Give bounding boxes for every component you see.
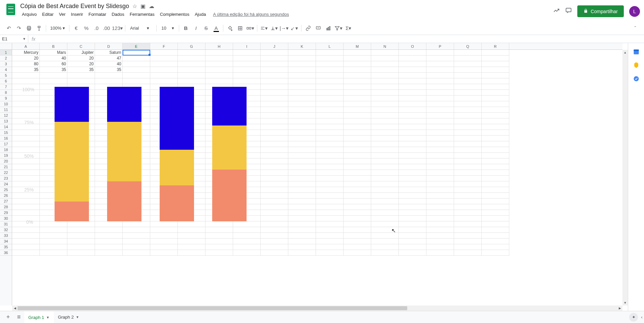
cell[interactable] — [67, 221, 95, 227]
cell[interactable] — [371, 124, 399, 130]
cell[interactable] — [454, 96, 482, 101]
horizontal-scrollbar[interactable]: ◀ ▶ — [12, 306, 622, 311]
cell[interactable] — [371, 199, 399, 204]
cell[interactable] — [371, 170, 399, 176]
cell[interactable] — [288, 210, 316, 216]
cell[interactable] — [399, 78, 426, 84]
cell[interactable] — [178, 50, 205, 56]
cell[interactable] — [426, 210, 454, 216]
cell[interactable] — [316, 73, 344, 78]
cell[interactable] — [454, 250, 482, 256]
last-edit-link[interactable]: A última edição foi há alguns segundos — [213, 12, 289, 17]
row-header-12[interactable]: 12 — [0, 113, 12, 118]
cell[interactable] — [288, 147, 316, 153]
cell[interactable] — [482, 90, 509, 96]
cell[interactable] — [399, 141, 426, 147]
cell[interactable] — [344, 227, 371, 233]
cell[interactable] — [344, 153, 371, 158]
cell[interactable] — [426, 153, 454, 158]
scroll-down-button[interactable]: ▼ — [622, 300, 628, 306]
cell[interactable] — [95, 244, 123, 250]
bold-button[interactable]: B — [181, 24, 191, 33]
cell[interactable] — [454, 73, 482, 78]
col-header-O[interactable]: O — [399, 43, 426, 49]
redo-button[interactable]: ↷ — [14, 24, 24, 33]
cell[interactable] — [426, 90, 454, 96]
cell[interactable] — [482, 101, 509, 107]
cell[interactable] — [288, 67, 316, 73]
italic-button[interactable]: I — [191, 24, 201, 33]
cell[interactable] — [399, 244, 426, 250]
col-header-J[interactable]: J — [261, 43, 288, 49]
cell[interactable] — [261, 56, 288, 61]
cell[interactable] — [371, 113, 399, 118]
cell[interactable] — [344, 210, 371, 216]
cell[interactable] — [426, 181, 454, 187]
stacked-bar[interactable] — [107, 87, 141, 221]
cell[interactable] — [482, 141, 509, 147]
cell[interactable] — [399, 50, 426, 56]
cell[interactable] — [454, 221, 482, 227]
cell[interactable] — [95, 221, 123, 227]
cell[interactable] — [178, 221, 205, 227]
cell[interactable] — [12, 221, 40, 227]
cell[interactable] — [426, 250, 454, 256]
cell[interactable] — [482, 124, 509, 130]
cell[interactable] — [399, 216, 426, 221]
cell[interactable] — [205, 227, 233, 233]
cell[interactable] — [399, 147, 426, 153]
cell[interactable]: 20 — [67, 61, 95, 67]
cell[interactable] — [205, 50, 233, 56]
cell[interactable] — [454, 136, 482, 141]
cell[interactable] — [454, 113, 482, 118]
row-header-14[interactable]: 14 — [0, 124, 12, 130]
cell[interactable] — [454, 164, 482, 170]
cell[interactable]: Saturn — [95, 50, 123, 56]
cell[interactable] — [123, 61, 150, 67]
cell[interactable] — [288, 187, 316, 193]
cell[interactable] — [261, 244, 288, 250]
row-header-19[interactable]: 19 — [0, 153, 12, 158]
cell[interactable] — [178, 250, 205, 256]
cell[interactable] — [316, 107, 344, 113]
cell[interactable] — [233, 67, 261, 73]
cell[interactable] — [426, 118, 454, 124]
cell[interactable] — [288, 153, 316, 158]
cell[interactable] — [454, 107, 482, 113]
cell[interactable] — [371, 73, 399, 78]
cell[interactable] — [399, 107, 426, 113]
cell[interactable] — [454, 84, 482, 90]
row-header-35[interactable]: 35 — [0, 244, 12, 250]
cell[interactable] — [150, 73, 178, 78]
cell[interactable] — [344, 101, 371, 107]
col-header-H[interactable]: H — [205, 43, 233, 49]
row-header-2[interactable]: 2 — [0, 56, 12, 61]
cell[interactable] — [482, 61, 509, 67]
cell[interactable] — [233, 239, 261, 244]
cell[interactable] — [454, 233, 482, 239]
row-header-1[interactable]: 1 — [0, 50, 12, 56]
cell[interactable] — [454, 158, 482, 164]
cell[interactable] — [233, 244, 261, 250]
row-header-18[interactable]: 18 — [0, 147, 12, 153]
cell[interactable] — [123, 227, 150, 233]
cell[interactable] — [482, 250, 509, 256]
cell[interactable] — [150, 61, 178, 67]
halign-button[interactable]: ▾ — [259, 24, 269, 33]
formula-input[interactable] — [39, 35, 644, 43]
cell[interactable] — [123, 56, 150, 61]
cell[interactable]: 20 — [12, 56, 40, 61]
cell[interactable] — [426, 147, 454, 153]
font-size-select[interactable]: 10▾ — [159, 26, 176, 31]
cell[interactable] — [12, 227, 40, 233]
cell[interactable] — [344, 67, 371, 73]
cell[interactable] — [150, 78, 178, 84]
cell[interactable]: 40 — [40, 56, 67, 61]
cell[interactable] — [371, 50, 399, 56]
cell[interactable] — [261, 78, 288, 84]
number-format-button[interactable]: 123▾ — [112, 24, 123, 33]
link-button[interactable] — [303, 24, 313, 33]
row-headers[interactable]: 1234567891011121314151617181920212223242… — [0, 50, 12, 306]
cell[interactable] — [288, 239, 316, 244]
cell[interactable] — [482, 78, 509, 84]
